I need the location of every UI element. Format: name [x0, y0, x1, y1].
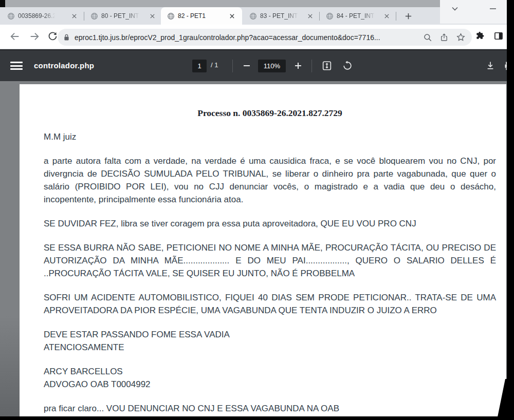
close-icon[interactable]: [149, 12, 156, 20]
close-icon[interactable]: [306, 12, 314, 20]
chevron-down-icon[interactable]: [450, 4, 460, 13]
download-icon[interactable]: [483, 59, 498, 73]
zoom-in-button[interactable]: [291, 59, 305, 73]
tab-processo[interactable]: 0035869-26.2: [4, 7, 81, 25]
document-process-title: Processo n. 0035869-26.2021.827.2729: [44, 107, 496, 120]
globe-icon: [249, 12, 257, 20]
signature-name: ARCY BARCELLOS: [44, 365, 496, 378]
rotate-button[interactable]: [340, 59, 355, 73]
window-controls: [440, 0, 508, 24]
address-bar: eproc1.tjto.jus.br/eprocV2_prod_1grau/co…: [0, 25, 508, 49]
tab-pet-83[interactable]: 83 - PET_INTI: [246, 7, 317, 25]
postscript: pra ficar claro... VOU DENUNCIAR NO CNJ …: [44, 402, 496, 415]
menu-hamburger-icon[interactable]: [10, 60, 23, 71]
paragraph-duvidar: SE DUVIDAR FEZ, libra se tiver coragem p…: [44, 217, 496, 230]
tab-separator: [396, 12, 396, 21]
screenshot-right-border: [507, 0, 514, 420]
minimize-icon[interactable]: [488, 4, 498, 13]
globe-icon: [90, 12, 98, 20]
browser-window: 0035869-26.2 80 - PET_INTI 82 - PET1: [0, 0, 514, 420]
forward-icon[interactable]: [29, 31, 40, 42]
pdf-document-title: controlador.php: [34, 61, 94, 70]
bookmark-star-icon[interactable]: [456, 32, 466, 42]
zoom-out-button[interactable]: [240, 59, 254, 73]
zoom-search-icon[interactable]: [423, 33, 432, 42]
tab-label: 84 - PET_INTI: [337, 12, 376, 20]
window-titlebar: [0, 0, 508, 7]
toolbar-divider: [232, 60, 233, 72]
zoom-level-input[interactable]: 110%: [258, 60, 286, 72]
pdf-viewer-area[interactable]: Processo n. 0035869-26.2021.827.2729 M.M…: [0, 81, 508, 417]
plus-icon: [405, 12, 412, 20]
omnibox[interactable]: eproc1.tjto.jus.br/eprocV2_prod_1grau/co…: [58, 29, 472, 46]
back-icon[interactable]: [9, 31, 21, 42]
paragraph-burra: SE ESSA BURRA NÃO SABE, PETICIONEI NO NO…: [44, 241, 496, 280]
close-icon[interactable]: [228, 12, 236, 20]
tab-separator: [319, 12, 320, 21]
document-body: Processo n. 0035869-26.2021.827.2729 M.M…: [20, 84, 506, 415]
pdf-toolbar: controlador.php 1 / 1 110%: [0, 49, 508, 81]
paragraph-acidente: SOFRI UM ACIDENTE AUTOMOBILISTICO, FIQUE…: [44, 291, 496, 317]
share-icon[interactable]: [439, 33, 449, 42]
tab-strip: 0035869-26.2 80 - PET_INTI 82 - PET1: [0, 7, 508, 25]
tab-pet1-active[interactable]: 82 - PET1: [161, 7, 242, 25]
fit-to-page-button[interactable]: [320, 59, 334, 73]
document-page: Processo n. 0035869-26.2021.827.2729 M.M…: [20, 84, 506, 417]
tab-label: 0035869-26.2: [18, 12, 56, 20]
globe-icon: [7, 12, 15, 20]
page-count-label: / 1: [211, 61, 218, 69]
lock-icon: [64, 33, 69, 41]
new-tab-button[interactable]: [402, 10, 414, 22]
side-panel-icon[interactable]: [493, 31, 504, 41]
tab-label: 83 - PET_INTI: [260, 12, 299, 20]
reload-icon[interactable]: [47, 31, 58, 42]
closing-line-2: ATENCIOSAMENTE: [44, 341, 496, 354]
tab-pet-80[interactable]: 80 - PET_INTI: [87, 7, 159, 25]
signature-oab: ADVOGAO OAB T0004992: [44, 378, 496, 391]
screenshot-corner-artifact: [0, 0, 5, 7]
salutation: M.M juiz: [44, 130, 496, 143]
globe-icon: [167, 12, 175, 20]
closing-line-1: DEVE ESTAR PASSANDO FOME ESSA VADIA: [44, 328, 496, 341]
close-icon[interactable]: [70, 12, 78, 20]
paragraph-verdade: a parte autora falta com a verdade, na v…: [44, 155, 496, 206]
extensions-puzzle-icon[interactable]: [475, 31, 485, 41]
screenshot-bottom-border: [0, 416, 514, 420]
globe-icon: [326, 12, 334, 20]
url-text: eproc1.tjto.jus.br/eprocV2_prod_1grau/co…: [75, 33, 419, 42]
close-icon[interactable]: [383, 12, 391, 20]
tab-separator: [84, 12, 84, 21]
tab-label: 80 - PET_INTI: [101, 12, 140, 20]
tab-label: 82 - PET1: [178, 12, 206, 20]
page-number-input[interactable]: 1: [192, 60, 207, 72]
toolbar-divider: [311, 60, 312, 72]
tab-pet-84[interactable]: 84 - PET_INTI: [323, 7, 394, 25]
